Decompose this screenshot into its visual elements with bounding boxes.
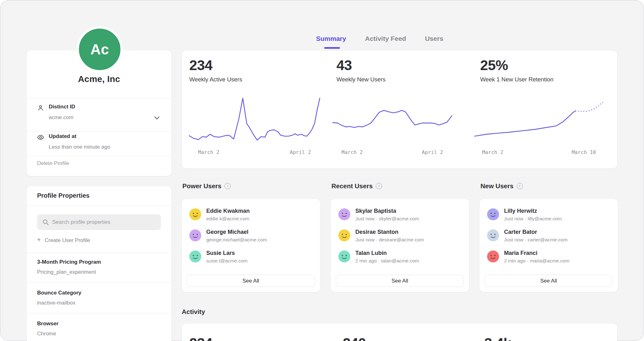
- divider: [27, 98, 171, 98]
- face-icon: [487, 229, 499, 241]
- stat-label: Week 1 New User Retention: [480, 76, 553, 83]
- face-icon: [338, 229, 350, 241]
- user-detail: 2 min ago · maria@acme.com: [504, 258, 569, 264]
- search-input[interactable]: [52, 214, 156, 230]
- user-detail: 2 min ago · talan@acme.com: [355, 258, 419, 264]
- user-list-item[interactable]: Lilly HerwitzJust now · lilly@acme.com: [487, 208, 610, 225]
- divider: [27, 313, 171, 313]
- divider: [27, 131, 171, 132]
- x-axis-ticks: March 2 April 2: [333, 149, 452, 155]
- tab-summary[interactable]: Summary: [316, 35, 346, 42]
- x-axis-ticks: March 2 March 10: [473, 149, 605, 155]
- updated-at-label: Updated at: [49, 133, 76, 140]
- user-list-item[interactable]: Maria Franci2 min ago · maria@acme.com: [487, 250, 610, 267]
- create-user-profile-button[interactable]: +Create User Profile: [37, 236, 90, 244]
- stat-value: 43: [336, 58, 386, 72]
- new-users-header: New Users i: [480, 182, 523, 190]
- user-avatar: [487, 229, 499, 241]
- info-icon[interactable]: i: [225, 183, 231, 189]
- tab-users[interactable]: Users: [425, 35, 443, 42]
- updated-at-value: Less than one minute ago: [49, 144, 110, 150]
- tick-label: April 2: [290, 149, 311, 155]
- property-name: Browser: [37, 321, 58, 327]
- user-detail: Just now · carter@acme.com: [504, 237, 568, 243]
- stat-weekly-active-users: 234 Weekly Active Users: [189, 58, 242, 83]
- user-avatar: [189, 208, 201, 220]
- face-icon: [338, 208, 350, 220]
- search-icon: [42, 219, 49, 226]
- user-name: George Michael: [206, 229, 248, 235]
- user-list-item[interactable]: Eddie Kwakmaneddie.k@acme.com: [189, 208, 313, 225]
- chevron-down-icon[interactable]: [154, 115, 159, 118]
- user-name: Eddie Kwakman: [206, 208, 250, 214]
- person-icon: [37, 104, 44, 111]
- new-users-card: Lilly HerwitzJust now · lilly@acme.comCa…: [480, 199, 618, 292]
- user-name: Talan Lubin: [355, 250, 387, 256]
- profile-properties-card: Profile Properties +Create User Profile …: [27, 186, 171, 341]
- power-users-header: Power Users i: [182, 182, 231, 190]
- user-detail: Just now · desirare@acme.com: [355, 237, 424, 243]
- activity-stat-value: 234: [189, 335, 213, 341]
- property-value: Pricing_plan_experiment: [37, 269, 96, 275]
- profile-tabs: Summary Activity Feed Users: [316, 35, 443, 42]
- user-list-item[interactable]: Talan Lubin2 min ago · talan@acme.com: [338, 250, 462, 267]
- tick-label: March 2: [198, 149, 219, 155]
- section-title: Power Users: [182, 182, 221, 190]
- user-list-item[interactable]: Desirae StantonJust now · desirare@acme.…: [338, 229, 462, 246]
- face-icon: [189, 250, 201, 262]
- divider: [27, 253, 171, 253]
- company-name: Acme, Inc: [27, 74, 171, 84]
- active-tab-underline: [324, 47, 340, 49]
- delete-profile-button[interactable]: Delete Profile: [37, 160, 69, 167]
- user-name: Carter Bator: [504, 229, 537, 235]
- info-icon[interactable]: i: [517, 183, 523, 189]
- user-name: Skylar Baptista: [355, 208, 396, 214]
- summary-stats-card: 234 Weekly Active Users 43 Weekly New Us…: [182, 51, 617, 168]
- user-avatar: [189, 229, 201, 241]
- power-users-card: Eddie Kwakmaneddie.k@acme.comGeorge Mich…: [182, 199, 320, 292]
- plus-icon: +: [37, 236, 45, 244]
- activity-stat-value: 240: [343, 335, 366, 341]
- section-title: Recent Users: [331, 182, 373, 190]
- eye-icon: [37, 134, 44, 141]
- see-all-button[interactable]: See All: [336, 275, 464, 287]
- stat-label: Weekly New Users: [336, 76, 386, 83]
- tab-activity-feed[interactable]: Activity Feed: [365, 35, 406, 42]
- section-title: New Users: [480, 182, 514, 190]
- activity-section-title: Activity: [182, 308, 205, 316]
- see-all-button[interactable]: See All: [485, 275, 613, 287]
- property-name: Bounce Category: [37, 290, 81, 296]
- user-name: Desirae Stanton: [355, 229, 398, 235]
- profile-properties-search: [37, 214, 161, 230]
- stat-label: Weekly Active Users: [189, 76, 242, 83]
- see-all-button[interactable]: See All: [187, 275, 315, 287]
- user-name: Maria Franci: [504, 250, 537, 256]
- user-list-item[interactable]: Susie Larssusie.l@acme.com: [189, 250, 313, 267]
- divider: [27, 156, 171, 156]
- user-avatar: [487, 208, 499, 220]
- activity-stat-value: 3.4k: [484, 335, 511, 341]
- property-name: 3-Month Pricing Program: [37, 259, 101, 265]
- face-icon: [487, 208, 499, 220]
- face-icon: [189, 229, 201, 241]
- user-list-item[interactable]: Carter BatorJust now · carter@acme.com: [487, 229, 610, 246]
- user-detail: george.michael@acme.com: [206, 237, 267, 243]
- profile-properties-title: Profile Properties: [37, 192, 90, 199]
- user-name: Lilly Herwitz: [504, 208, 537, 214]
- user-avatar: [338, 208, 350, 220]
- user-avatar: [338, 250, 350, 262]
- user-list-item[interactable]: George Michaelgeorge.michael@acme.com: [189, 229, 313, 246]
- stat-value: 234: [189, 58, 242, 72]
- weekly-active-users-chart: [189, 94, 320, 143]
- weekly-new-users-chart: [333, 94, 452, 143]
- activity-stats-card: 234 240 3.4k: [182, 324, 617, 341]
- user-list-item[interactable]: Skylar BaptistaJust now · skyler@acme.co…: [338, 208, 462, 225]
- face-icon: [338, 250, 350, 262]
- property-value: inactive-mailbox: [37, 300, 75, 306]
- info-icon[interactable]: i: [376, 183, 382, 189]
- x-axis-ticks: March 2 April 2: [189, 149, 320, 155]
- stat-value: 25%: [480, 58, 553, 72]
- property-value: Chrome: [37, 331, 56, 337]
- tick-label: March 2: [482, 149, 503, 155]
- retention-chart: [473, 94, 605, 143]
